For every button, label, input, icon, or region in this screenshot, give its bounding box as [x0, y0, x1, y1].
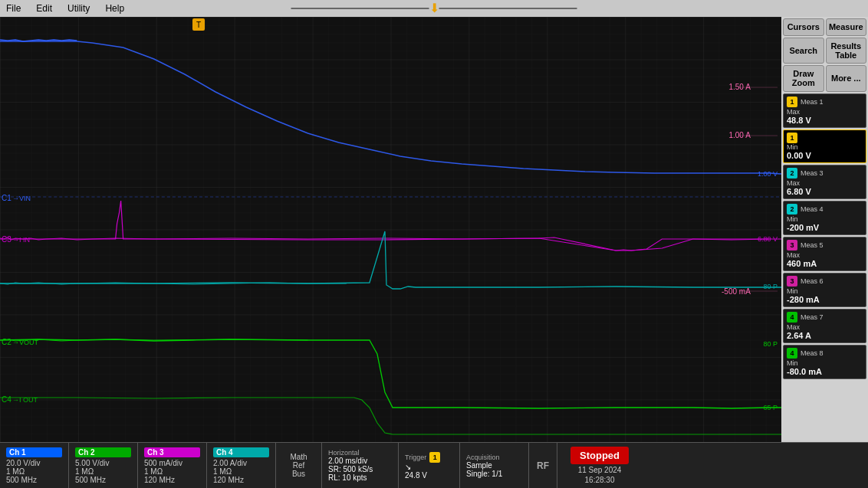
meas8-badge: 4 — [787, 348, 797, 359]
status-bar: Ch 1 20.0 V/div 1 MΩ 500 MHz Ch 2 5.00 V… — [0, 442, 868, 488]
meas5-box: 3 Meas 5 Max 460 mA — [783, 237, 866, 271]
ch1-label: Ch 1 — [6, 447, 62, 457]
meas3-badge: 2 — [787, 168, 797, 178]
meas6-badge: 3 — [787, 276, 797, 287]
svg-text:1.00 A: 1.00 A — [728, 131, 751, 139]
meas1-value: 48.8 V — [787, 116, 863, 125]
menu-help[interactable]: Help — [105, 3, 124, 14]
stopped-button[interactable]: Stopped — [570, 447, 629, 464]
horiz-label: Horizontal — [328, 449, 392, 457]
svg-rect-2 — [0, 17, 781, 442]
meas8-label: Meas 8 — [801, 349, 824, 357]
meas3-sublabel: Max — [787, 179, 863, 187]
stopped-panel: Stopped 11 Sep 2024 16:28:30 — [557, 443, 642, 488]
meas4-label: Meas 4 — [801, 205, 824, 213]
meas1-min-badge: 1 — [787, 133, 797, 143]
more-button[interactable]: More ... — [826, 65, 867, 91]
meas4-badge: 2 — [787, 204, 797, 215]
acq-single: Single: 1/1 — [466, 470, 522, 478]
ch2-bandwidth: 500 MHz — [75, 476, 131, 484]
right-panel: Cursors Measure Search ResultsTable Draw… — [781, 17, 868, 442]
meas7-sublabel: Max — [787, 323, 863, 331]
meas3-label: Meas 3 — [801, 169, 824, 177]
meas8-sublabel: Min — [787, 359, 863, 367]
meas8-value: -80.0 mA — [787, 367, 863, 376]
ch2-val-div: 5.00 V/div — [75, 459, 131, 467]
acquisition-status[interactable]: Acquisition Sample Single: 1/1 — [460, 443, 529, 488]
ch2-impedance: 1 MΩ — [75, 467, 131, 476]
ch3-label: Ch 3 — [144, 447, 200, 457]
svg-text:-500 mA: -500 mA — [722, 287, 751, 296]
menu-bar: File Edit Utility Help ⬇ — [0, 0, 868, 17]
horiz-time-div: 2.00 ms/div — [328, 457, 392, 465]
meas6-box: 3 Meas 6 Min -280 mA — [783, 273, 866, 307]
meas5-value: 460 mA — [787, 259, 863, 268]
trigger-status[interactable]: Trigger 1 ↘ 24.8 V — [399, 443, 460, 488]
rf-button[interactable]: RF — [529, 443, 557, 488]
svg-text:80 P: 80 P — [763, 283, 778, 290]
ch1-bandwidth: 500 MHz — [6, 476, 62, 484]
ch3-val-div: 500 mA/div — [144, 459, 200, 467]
meas1-sublabel: Max — [787, 108, 863, 116]
scope-display[interactable]: C1 →VIN C3 →I IN C2 →VOUT C4 →I OUT — [0, 17, 781, 442]
acq-label: Acquisition — [466, 454, 522, 461]
math-label: Math — [290, 453, 307, 461]
meas1-min-box: 1 Min 0.00 V — [783, 129, 866, 163]
meas7-badge: 4 — [787, 312, 797, 323]
svg-text:→I OUT: →I OUT — [12, 396, 38, 404]
date-display: 11 Sep 2024 — [578, 466, 622, 474]
meas1-box: 1 Meas 1 Max 48.8 V — [783, 93, 866, 128]
horiz-rl: RL: 10 kpts — [328, 473, 392, 482]
menu-edit[interactable]: Edit — [36, 3, 52, 14]
waveform-display: C1 →VIN C3 →I IN C2 →VOUT C4 →I OUT — [0, 17, 781, 442]
menu-file[interactable]: File — [6, 3, 21, 14]
ch2-status[interactable]: Ch 2 5.00 V/div 1 MΩ 500 MHz — [69, 443, 138, 488]
draw-zoom-button[interactable]: DrawZoom — [783, 65, 824, 91]
main-content: C1 →VIN C3 →I IN C2 →VOUT C4 →I OUT — [0, 17, 868, 442]
ch4-label: Ch 4 — [213, 447, 269, 457]
math-ref-bus[interactable]: Math Ref Bus — [276, 443, 322, 488]
svg-text:80 P: 80 P — [763, 340, 778, 348]
meas7-value: 2.64 A — [787, 331, 863, 340]
ch3-bandwidth: 120 MHz — [144, 476, 200, 484]
trigger-label: Trigger — [405, 454, 426, 461]
meas4-sublabel: Min — [787, 215, 863, 223]
svg-text:C3: C3 — [2, 235, 12, 244]
ch4-impedance: 1 MΩ — [213, 467, 269, 476]
horiz-sr: SR: 500 kS/s — [328, 465, 392, 473]
meas6-label: Meas 6 — [801, 277, 824, 285]
trigger-arrow-icon: ⬇ — [429, 1, 439, 15]
ch3-status[interactable]: Ch 3 500 mA/div 1 MΩ 120 MHz — [138, 443, 207, 488]
ch4-status[interactable]: Ch 4 2.00 A/div 1 MΩ 120 MHz — [207, 443, 276, 488]
trigger-badge: 1 — [429, 452, 440, 463]
trigger-type: ↘ — [405, 463, 453, 471]
meas4-box: 2 Meas 4 Min -200 mV — [783, 201, 866, 235]
trigger-value: 24.8 V — [405, 471, 453, 480]
ch4-val-div: 2.00 A/div — [213, 459, 269, 467]
meas4-value: -200 mV — [787, 223, 863, 232]
svg-text:65 P: 65 P — [763, 404, 778, 411]
top-btn-row: Cursors Measure — [783, 18, 866, 36]
svg-text:C1: C1 — [2, 194, 12, 202]
measure-button[interactable]: Measure — [826, 18, 867, 36]
draw-btn-row: DrawZoom More ... — [783, 65, 866, 91]
svg-text:→VIN: →VIN — [12, 195, 31, 202]
menu-utility[interactable]: Utility — [67, 3, 90, 14]
meas5-sublabel: Max — [787, 251, 863, 259]
svg-text:→I IN: →I IN — [12, 236, 30, 244]
meas1-badge: 1 — [787, 97, 797, 107]
search-button[interactable]: Search — [783, 38, 824, 64]
svg-text:6.80 V: 6.80 V — [758, 235, 778, 243]
horizontal-status[interactable]: Horizontal 2.00 ms/div SR: 500 kS/s RL: … — [322, 443, 399, 488]
results-table-button[interactable]: ResultsTable — [826, 38, 867, 64]
ch1-impedance: 1 MΩ — [6, 467, 62, 476]
cursors-button[interactable]: Cursors — [783, 18, 824, 36]
meas3-value: 6.80 V — [787, 187, 863, 196]
meas6-sublabel: Min — [787, 287, 863, 295]
svg-text:1.00 V: 1.00 V — [758, 170, 778, 178]
ch1-status[interactable]: Ch 1 20.0 V/div 1 MΩ 500 MHz — [0, 443, 69, 488]
meas5-badge: 3 — [787, 240, 797, 251]
time-display: 16:28:30 — [585, 476, 615, 484]
meas1-min-label: Min — [787, 143, 863, 151]
meas7-label: Meas 7 — [801, 313, 824, 321]
